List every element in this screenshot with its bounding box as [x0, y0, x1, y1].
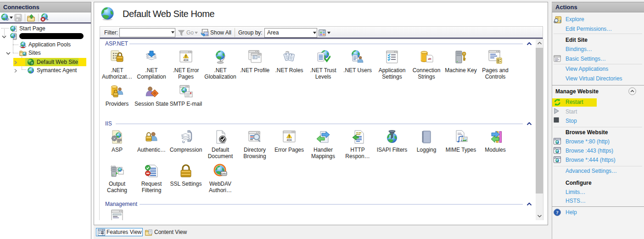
svg-text:404: 404 [184, 58, 189, 62]
svg-text:404: 404 [287, 138, 292, 142]
svg-text:?: ? [31, 62, 33, 65]
svg-text:DAV: DAV [221, 172, 226, 175]
svg-text:ab: ab [428, 57, 431, 61]
svg-text:?: ? [556, 210, 559, 215]
